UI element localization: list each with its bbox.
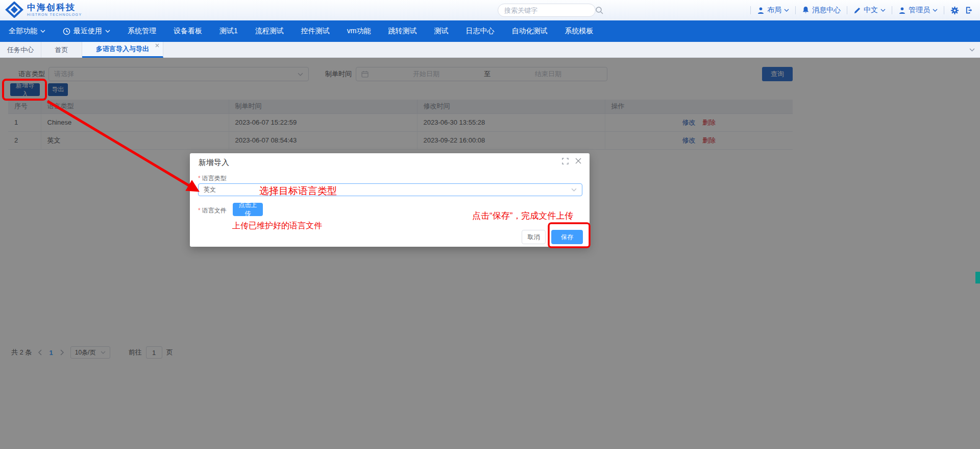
nav-label: 自动化测试 [511, 27, 547, 36]
nav-item-log-center[interactable]: 日志中心 [457, 20, 503, 42]
nav-item-test[interactable]: 测试 [425, 20, 457, 42]
bell-icon [802, 6, 810, 14]
chevron-down-icon [784, 9, 789, 12]
tab-close-icon[interactable] [155, 43, 159, 48]
required-mark: * [198, 175, 201, 182]
nav-label: 流程测试 [255, 27, 284, 36]
page-tabbar: 任务中心 首页 多语言导入与导出 [0, 42, 980, 58]
cancel-button[interactable]: 取消 [522, 230, 546, 244]
company-logo: 中海创科技 HISTRON TECHNOLOGY [5, 2, 82, 18]
nav-label: 最近使用 [74, 27, 102, 36]
close-icon[interactable] [575, 158, 581, 164]
divider [892, 6, 892, 14]
nav-item-process-test[interactable]: 流程测试 [247, 20, 292, 42]
selected-language-value: 英文 [204, 185, 216, 194]
message-center-menu[interactable]: 消息中心 [802, 6, 841, 15]
nav-item-jump-test[interactable]: 跳转测试 [379, 20, 425, 42]
header-user-menu: 布局 消息中心 中文 [750, 0, 974, 20]
layout-menu[interactable]: 布局 [757, 6, 789, 15]
user-icon [898, 7, 906, 14]
required-mark: * [198, 207, 201, 214]
logout-icon [965, 6, 974, 14]
add-import-dialog: 新增导入 *语言类型 英文 *语言文件 点击上传 取消 保存 [190, 153, 590, 247]
dialog-language-type-label: *语言类型 [198, 174, 227, 183]
nav-item-recent[interactable]: 最近使用 [54, 20, 119, 42]
divider [847, 6, 847, 14]
layout-label: 布局 [767, 6, 781, 15]
save-button[interactable]: 保存 [551, 230, 583, 244]
tab-home[interactable]: 首页 [41, 42, 82, 58]
pencil-icon [853, 7, 861, 14]
search-input[interactable] [503, 6, 595, 15]
dialog-language-type-select[interactable]: 英文 [198, 183, 582, 196]
nav-label: 日志中心 [465, 27, 494, 36]
divider [944, 6, 944, 14]
logo-text: 中海创科技 HISTRON TECHNOLOGY [27, 3, 82, 17]
nav-label: 系统管理 [128, 27, 156, 36]
label-text: 语言文件 [202, 207, 227, 214]
logo-title: 中海创科技 [27, 3, 82, 12]
clock-icon [63, 28, 70, 35]
nav-item-system-template[interactable]: 系统模板 [556, 20, 602, 42]
nav-item-control-test[interactable]: 控件测试 [292, 20, 338, 42]
chevron-down-icon [933, 9, 938, 12]
nav-label: 测试 [434, 27, 448, 36]
nav-label: 系统模板 [565, 27, 593, 36]
top-header: 中海创科技 HISTRON TECHNOLOGY 布局 [0, 0, 980, 20]
fullscreen-icon[interactable] [562, 158, 569, 164]
nav-item-automation-test[interactable]: 自动化测试 [503, 20, 556, 42]
main-navigation: 全部功能 最近使用 系统管理 设备看板 测试1 流程测试 控件测试 vm功能 跳… [0, 20, 980, 42]
chevron-down-icon [40, 30, 45, 33]
tab-label: 多语言导入与导出 [96, 44, 149, 54]
global-search[interactable] [498, 4, 596, 17]
language-label: 中文 [864, 6, 878, 15]
dialog-language-file-label: *语言文件 [198, 206, 227, 215]
chevron-down-icon [571, 188, 577, 192]
logo-subtitle: HISTRON TECHNOLOGY [27, 12, 82, 17]
divider [750, 6, 751, 14]
logo-diamond-icon [5, 2, 23, 18]
nav-label: 全部功能 [9, 27, 37, 36]
account-menu[interactable]: 管理员 [898, 6, 938, 15]
nav-label: 设备看板 [174, 27, 202, 36]
dialog-title: 新增导入 [199, 158, 229, 168]
user-icon [757, 7, 765, 14]
upload-button[interactable]: 点击上传 [233, 203, 263, 216]
message-center-label: 消息中心 [812, 6, 841, 15]
app-screen: 中海创科技 HISTRON TECHNOLOGY 布局 [0, 0, 980, 449]
tab-label: 首页 [55, 45, 68, 55]
tab-label: 任务中心 [7, 45, 34, 55]
search-icon[interactable] [595, 6, 603, 14]
tabbar-more-chevron-icon[interactable] [969, 48, 975, 52]
tab-multilanguage-import-export[interactable]: 多语言导入与导出 [82, 42, 163, 58]
nav-label: 跳转测试 [388, 27, 416, 36]
language-menu[interactable]: 中文 [853, 6, 886, 15]
nav-item-vm-function[interactable]: vm功能 [338, 20, 380, 42]
chevron-down-icon [880, 9, 886, 12]
nav-item-device-board[interactable]: 设备看板 [165, 20, 211, 42]
modal-backdrop[interactable] [0, 58, 980, 449]
settings-button[interactable] [950, 6, 959, 15]
nav-label: 控件测试 [301, 27, 330, 36]
tab-task-center[interactable]: 任务中心 [0, 42, 41, 58]
side-tag [975, 272, 980, 283]
account-label: 管理员 [909, 6, 930, 15]
label-text: 语言类型 [202, 175, 227, 182]
logout-button[interactable] [965, 6, 974, 14]
chevron-down-icon [105, 30, 110, 33]
nav-label: 测试1 [219, 27, 238, 36]
nav-item-all-functions[interactable]: 全部功能 [0, 20, 54, 42]
nav-item-test1[interactable]: 测试1 [211, 20, 247, 42]
gear-icon [950, 6, 959, 15]
divider [795, 6, 796, 14]
nav-item-system-management[interactable]: 系统管理 [119, 20, 165, 42]
nav-label: vm功能 [347, 27, 371, 36]
